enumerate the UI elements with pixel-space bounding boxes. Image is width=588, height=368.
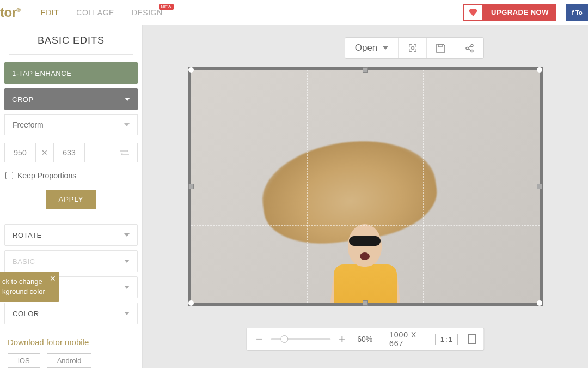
close-icon[interactable]: ✕ bbox=[50, 274, 56, 285]
nav-design[interactable]: DESIGN NEW bbox=[132, 8, 163, 17]
photo-canvas[interactable] bbox=[191, 70, 540, 303]
svg-rect-5 bbox=[409, 49, 410, 52]
svg-line-14 bbox=[468, 49, 471, 50]
top-bar: tor® EDIT COLLAGE DESIGN NEW UPGRADE NOW… bbox=[0, 0, 588, 25]
color-panel[interactable]: COLOR bbox=[4, 303, 138, 324]
capture-icon[interactable] bbox=[399, 38, 427, 58]
nav-collage[interactable]: COLLAGE bbox=[76, 8, 114, 17]
diamond-icon bbox=[464, 5, 482, 20]
zoom-out-button[interactable]: − bbox=[254, 332, 264, 346]
crop-panel-body: Freeform ✕ Keep Proportions APPLY bbox=[4, 114, 138, 224]
crop-mode-dropdown[interactable]: Freeform bbox=[4, 114, 138, 135]
chevron-down-icon bbox=[383, 46, 388, 50]
enhance-button[interactable]: 1-TAP ENHANCE bbox=[4, 62, 138, 84]
sidebar: BASIC EDITS 1-TAP ENHANCE CROP Freeform … bbox=[0, 25, 143, 368]
open-button[interactable]: Open bbox=[345, 38, 399, 58]
sidebar-title: BASIC EDITS bbox=[9, 35, 133, 55]
divider bbox=[30, 8, 30, 17]
svg-line-13 bbox=[468, 46, 471, 47]
chevron-down-icon bbox=[124, 312, 130, 315]
zoom-percent: 60% bbox=[357, 335, 373, 343]
svg-point-8 bbox=[411, 47, 414, 50]
svg-point-12 bbox=[471, 50, 473, 52]
zoom-slider[interactable] bbox=[271, 338, 330, 340]
chevron-down-icon bbox=[124, 233, 130, 237]
fullscreen-button[interactable] bbox=[468, 334, 476, 344]
aspect-ratio-button[interactable]: 1:1 bbox=[436, 334, 458, 345]
chevron-down-icon bbox=[124, 286, 130, 289]
crop-height-input[interactable] bbox=[53, 143, 85, 162]
swap-icon bbox=[119, 149, 130, 156]
keep-proportions-checkbox[interactable] bbox=[5, 172, 13, 179]
ios-button[interactable]: iOS bbox=[8, 353, 40, 368]
svg-point-11 bbox=[466, 47, 468, 49]
bottom-bar: − + 60% 1000 X 667 1:1 bbox=[246, 328, 484, 351]
background-color-tooltip: ✕ ck to change kground color bbox=[0, 272, 59, 302]
facebook-button[interactable]: f To bbox=[566, 4, 588, 21]
svg-rect-3 bbox=[415, 44, 416, 47]
dimension-x: ✕ bbox=[41, 148, 48, 157]
android-button[interactable]: Android bbox=[47, 353, 92, 368]
image-frame[interactable] bbox=[188, 67, 543, 306]
crop-width-input[interactable] bbox=[4, 143, 36, 162]
upgrade-button[interactable]: UPGRADE NOW bbox=[463, 4, 556, 21]
new-badge: NEW bbox=[159, 4, 173, 10]
logo: tor® bbox=[0, 5, 20, 20]
svg-rect-7 bbox=[415, 49, 416, 52]
canvas-area: Open bbox=[143, 25, 588, 368]
nav-edit[interactable]: EDIT bbox=[40, 8, 59, 17]
share-icon[interactable] bbox=[455, 38, 483, 58]
canvas-dimensions: 1000 X 667 bbox=[383, 330, 426, 348]
canvas-toolbar: Open bbox=[345, 37, 485, 59]
svg-rect-1 bbox=[409, 44, 410, 47]
main-nav: EDIT COLLAGE DESIGN NEW bbox=[40, 8, 162, 17]
chevron-down-icon bbox=[124, 123, 130, 126]
zoom-in-button[interactable]: + bbox=[337, 332, 347, 346]
save-icon[interactable] bbox=[427, 38, 455, 58]
keep-proportions-row[interactable]: Keep Proportions bbox=[4, 171, 138, 180]
rotate-panel[interactable]: ROTATE bbox=[4, 224, 138, 246]
apply-button[interactable]: APPLY bbox=[46, 190, 97, 209]
swap-dimensions-button[interactable] bbox=[112, 143, 138, 162]
download-section: Download fotor mobile iOS Android bbox=[4, 337, 138, 368]
chevron-down-icon bbox=[124, 260, 130, 263]
basic-panel[interactable]: BASIC bbox=[4, 250, 138, 272]
crop-panel-header[interactable]: CROP bbox=[4, 88, 138, 110]
zoom-slider-thumb[interactable] bbox=[280, 335, 288, 343]
chevron-down-icon bbox=[125, 98, 130, 101]
svg-point-10 bbox=[471, 44, 473, 46]
download-title: Download fotor mobile bbox=[8, 337, 134, 347]
